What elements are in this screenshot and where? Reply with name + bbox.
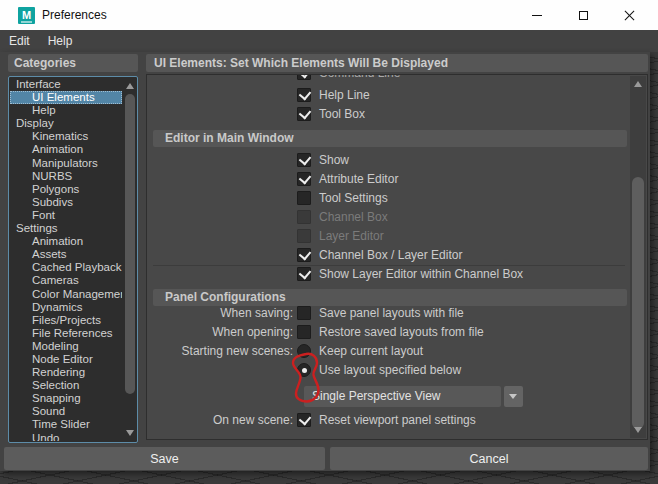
close-icon [624,10,635,21]
category-list-item[interactable]: Sound [10,405,122,418]
section-header-panel-configurations: Panel Configurations [153,289,627,306]
restore-saved-layouts-checkbox[interactable] [297,325,311,339]
checkbox[interactable] [297,248,311,262]
scroll-down-icon[interactable] [126,430,134,436]
menu-item[interactable]: Edit [0,30,39,52]
category-list-item[interactable]: Time Slider [10,418,122,431]
preferences-window-body: Categories UI Elements: Set Which Elemen… [0,52,650,471]
checkbox[interactable] [297,88,311,102]
category-list-item[interactable]: NURBS [10,170,122,183]
restore-saved-layouts-label: Restore saved layouts from file [319,325,484,339]
close-button[interactable] [606,0,652,30]
category-list-item[interactable]: Modeling [10,340,122,353]
checkbox-row: Channel Box [147,210,629,224]
scroll-up-icon[interactable] [126,83,134,89]
category-list-item[interactable]: Polygons [10,183,122,196]
category-list-item[interactable]: Cameras [10,274,122,287]
category-list-item[interactable]: Help [10,104,122,117]
scroll-up-icon[interactable] [634,81,642,87]
category-list-item[interactable]: Subdivs [10,196,122,209]
checkbox-label: Show Layer Editor within Channel Box [319,267,523,281]
checkbox[interactable] [297,153,311,167]
reset-viewport-panel-checkbox[interactable] [297,413,311,427]
categories-header: Categories [8,54,138,72]
checkbox[interactable] [297,107,311,121]
category-list-item[interactable]: Assets [10,248,122,261]
keep-current-layout-radio[interactable] [297,344,311,358]
layout-dropdown-arrow-button[interactable] [504,386,523,407]
checkbox-row: Attribute Editor [147,172,629,186]
category-list-item[interactable]: Color Management [10,288,122,301]
category-list-item[interactable]: Selection [10,379,122,392]
maximize-button[interactable] [560,0,606,30]
minimize-button[interactable] [514,0,560,30]
ui-elements-panel: Command Line Help Line Tool Box Editor i… [146,74,648,440]
scrollbar-thumb[interactable] [125,94,135,394]
keep-current-layout-label: Keep current layout [319,344,423,358]
starting-new-scenes-row: Starting new scenes: Keep current layout [147,344,629,358]
category-list-item[interactable]: Font [10,209,122,222]
separator-line [153,265,625,266]
checkbox-label: Tool Box [319,107,365,121]
checkbox-label: Channel Box [319,210,388,224]
command-line-checkbox[interactable] [297,74,311,80]
save-panel-layouts-checkbox[interactable] [297,306,311,320]
checkbox-row: Layer Editor [147,229,629,243]
layout-dropdown[interactable]: Single Perspective View [304,386,501,407]
category-list-item[interactable]: Interface [10,78,122,91]
category-list-item[interactable]: Kinematics [10,130,122,143]
category-list-item[interactable]: Undo [10,432,122,441]
categories-scrollbar[interactable] [123,78,137,441]
when-opening-label: When opening: [147,325,297,339]
maximize-icon [579,11,588,20]
save-panel-layouts-label: Save panel layouts with file [319,306,464,320]
category-list-item[interactable]: Manipulators [10,157,122,170]
category-list-item[interactable]: Dynamics [10,301,122,314]
checkbox-label: Channel Box / Layer Editor [319,248,462,262]
category-list-item[interactable]: Animation [10,235,122,248]
scroll-down-icon[interactable] [634,427,642,433]
checkbox-row: Help Line [147,88,629,102]
save-button[interactable]: Save [4,447,325,470]
checkbox-row: Show Layer Editor within Channel Box [147,267,629,281]
checkbox[interactable] [297,210,311,224]
checkbox-label: Layer Editor [319,229,384,243]
maya-app-icon: M [18,7,35,24]
checkbox-label: Tool Settings [319,191,388,205]
use-layout-specified-label: Use layout specified below [319,363,461,377]
scrollbar-thumb[interactable] [632,177,644,429]
command-line-row-clipped: Command Line [147,74,629,80]
checkbox-row: Tool Box [147,107,629,121]
category-list-item[interactable]: Rendering [10,366,122,379]
command-line-label: Command Line [319,74,400,80]
title-bar: M Preferences [0,0,658,30]
on-new-scene-label: On new scene: [147,413,297,427]
when-saving-label: When saving: [147,306,297,320]
categories-list: InterfaceUI ElementsHelpDisplayKinematic… [10,78,122,441]
category-list-item[interactable]: UI Elements [10,91,122,104]
category-list-item[interactable]: Display [10,117,122,130]
checkbox[interactable] [297,229,311,243]
category-list-item[interactable]: Cached Playback [10,261,122,274]
on-new-scene-row: On new scene: Reset viewport panel setti… [147,413,629,427]
category-list-item[interactable]: Files/Projects [10,314,122,327]
starting-new-scenes-label: Starting new scenes: [147,344,297,358]
when-saving-row: When saving: Save panel layouts with fil… [147,306,629,320]
category-list-item[interactable]: Settings [10,222,122,235]
use-layout-specified-radio[interactable] [297,363,311,377]
display-element-rows: Help Line Tool Box [147,88,629,126]
menu-item[interactable]: Help [39,30,82,52]
category-list-item[interactable]: File References [10,327,122,340]
checkbox-label: Attribute Editor [319,172,398,186]
section-header-editor-in-main-window: Editor in Main Window [153,130,627,147]
menu-bar: EditHelp [0,30,658,52]
panel-scrollbar[interactable] [630,76,646,438]
category-list-item[interactable]: Animation [10,143,122,156]
category-list-item[interactable]: Snapping [10,392,122,405]
checkbox[interactable] [297,191,311,205]
cancel-button[interactable]: Cancel [330,447,648,470]
category-list-item[interactable]: Node Editor [10,353,122,366]
checkbox[interactable] [297,267,311,281]
when-opening-row: When opening: Restore saved layouts from… [147,325,629,339]
checkbox[interactable] [297,172,311,186]
